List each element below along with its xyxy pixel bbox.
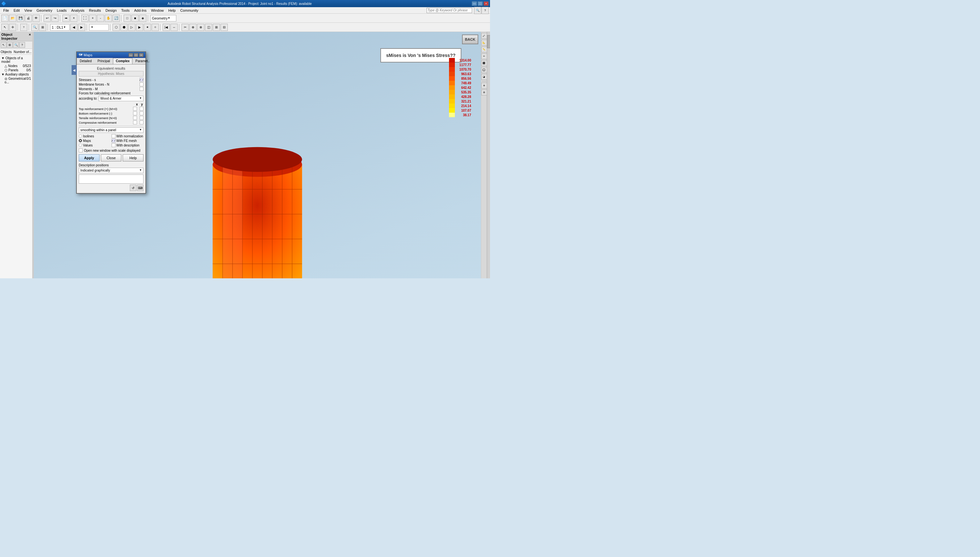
dialog-minimize[interactable]: —: [128, 53, 133, 57]
menu-results[interactable]: Results: [87, 8, 103, 13]
dialog-close[interactable]: ×: [139, 53, 143, 57]
rotate-button[interactable]: 🔄: [112, 15, 120, 22]
maps-dialog-title[interactable]: 🗺 Maps — □ ×: [77, 52, 145, 58]
indicated-graphically-dropdown[interactable]: Indicated graphically ▼: [79, 168, 143, 173]
tb2-btn5[interactable]: ✦: [144, 24, 151, 31]
tb2-btn3[interactable]: ▷: [128, 24, 135, 31]
menu-file[interactable]: File: [1, 8, 11, 13]
zoom-out-button[interactable]: -: [97, 15, 104, 22]
zoom-fit-button[interactable]: ⛶: [81, 15, 88, 22]
rp-btn7[interactable]: ◪: [481, 74, 487, 80]
pointer-tool[interactable]: ↖: [1, 24, 8, 31]
compressive-reinforcement-x[interactable]: [133, 121, 137, 124]
bottom-reinforcement-x[interactable]: [133, 111, 137, 115]
rp-btn2[interactable]: 📐: [481, 40, 487, 46]
with-description-checkbox[interactable]: [112, 143, 115, 147]
open-button[interactable]: 📂: [9, 15, 16, 22]
load-case-dropdown[interactable]: 1 : DL1 ▼: [50, 24, 70, 31]
tb2-btn14[interactable]: ⊟: [221, 24, 228, 31]
dialog-back-arrow[interactable]: ◀: [72, 65, 77, 75]
tb2-btn4[interactable]: ▶: [136, 24, 143, 31]
back-button[interactable]: BACK: [462, 34, 478, 44]
inspector-btn[interactable]: 🔍: [31, 24, 38, 31]
menu-tools[interactable]: Tools: [119, 8, 132, 13]
close-button[interactable]: ×: [483, 1, 489, 6]
menu-community[interactable]: Community: [178, 8, 200, 13]
maps-radio[interactable]: [79, 139, 82, 142]
apply-button[interactable]: Apply: [79, 154, 99, 161]
rp-btn6[interactable]: 🔲: [481, 67, 487, 73]
viewport-3d[interactable]: sMises is Von 's Mises Stress?? 1314.00 …: [34, 32, 481, 278]
tb2-btn2[interactable]: ⬢: [120, 24, 128, 31]
rp-btn8[interactable]: ⊕: [481, 83, 487, 88]
tb2-btn13[interactable]: ⊞: [213, 24, 220, 31]
menu-analysis[interactable]: Analysis: [69, 8, 86, 13]
dialog-maximize[interactable]: □: [134, 53, 138, 57]
menu-design[interactable]: Design: [104, 8, 119, 13]
menu-window[interactable]: Window: [149, 8, 166, 13]
menu-loads[interactable]: Loads: [55, 8, 69, 13]
table-btn[interactable]: ⊞: [39, 24, 46, 31]
help-icon-btn[interactable]: ?: [481, 7, 489, 14]
tb2-btn8[interactable]: ↔: [171, 24, 178, 31]
close-button[interactable]: Close: [101, 154, 122, 161]
redo-button[interactable]: ↪: [51, 15, 59, 22]
top-reinforcement-x[interactable]: [133, 107, 137, 111]
tree-item-geometrical[interactable]: ◎ Geometrical o... 0/1: [1, 77, 32, 84]
zoom-in-button[interactable]: +: [89, 15, 96, 22]
tree-item-nodes[interactable]: △ Nodes 0/523: [1, 64, 32, 68]
vertical-scrollbar[interactable]: [487, 32, 490, 278]
tb2-btn11[interactable]: ⊗: [197, 24, 204, 31]
minimize-button[interactable]: —: [472, 1, 477, 6]
menu-geometry[interactable]: Geometry: [34, 8, 54, 13]
tree-item-panels[interactable]: ⬡ Panels 0/5: [1, 68, 32, 72]
geometry-dropdown[interactable]: Geometry ▼: [150, 15, 176, 21]
refresh-icon-btn[interactable]: ↺: [130, 184, 137, 191]
tab-detailed[interactable]: Detailed: [77, 58, 95, 64]
open-new-window-checkbox[interactable]: [79, 148, 83, 152]
deselect-button[interactable]: ×: [70, 15, 78, 22]
rp-btn1[interactable]: 🖊: [481, 33, 487, 39]
tab-principal[interactable]: Principal: [95, 58, 113, 64]
menu-addins[interactable]: Add-Ins: [132, 8, 148, 13]
solid-button[interactable]: ■: [132, 15, 138, 22]
save-button[interactable]: 💾: [17, 15, 24, 22]
menu-view[interactable]: View: [23, 8, 34, 13]
cursor-icon-btn[interactable]: ⌨: [137, 184, 143, 191]
tb2-btn1[interactable]: ⬡: [112, 24, 120, 31]
tb2-btn9[interactable]: ✂: [182, 24, 189, 31]
print-button[interactable]: 🖨: [25, 15, 32, 22]
rp-btn3[interactable]: 📏: [481, 47, 487, 52]
search-input[interactable]: [427, 8, 472, 13]
undo-button[interactable]: ↩: [44, 15, 51, 22]
tb2-btn7[interactable]: |◀: [163, 24, 170, 31]
rp-btn9[interactable]: ⊞: [481, 90, 487, 95]
print-preview-button[interactable]: 👁: [33, 15, 40, 22]
inspector-tool3[interactable]: 🔍: [13, 42, 19, 48]
menu-edit[interactable]: Edit: [12, 8, 22, 13]
with-fe-mesh-checkbox[interactable]: ✓: [112, 139, 115, 143]
tree-item-model[interactable]: ▼ Objects of a model: [1, 56, 32, 64]
with-normalization-checkbox[interactable]: [112, 134, 115, 138]
inspector-tool1[interactable]: ↖: [1, 42, 7, 48]
tb2-btn10[interactable]: ⊕: [189, 24, 197, 31]
inspector-tool2[interactable]: ⊞: [7, 42, 13, 48]
pan-button[interactable]: ✋: [105, 15, 112, 22]
compressive-reinforcement-y[interactable]: [140, 121, 143, 124]
bottom-reinforcement-y[interactable]: [140, 111, 143, 115]
help-button[interactable]: Help: [123, 154, 143, 161]
wire-button[interactable]: □: [124, 15, 131, 22]
select-button[interactable]: ➡: [62, 15, 70, 22]
membrane-checkbox[interactable]: [140, 82, 143, 86]
top-reinforcement-y[interactable]: [140, 107, 143, 111]
tensile-reinforcement-x[interactable]: [133, 116, 137, 120]
isolines-radio[interactable]: [79, 134, 82, 138]
next-case-btn[interactable]: ▶: [78, 24, 85, 31]
tree-item-auxiliary[interactable]: ▼ Auxiliary objects: [1, 72, 32, 77]
rp-btn4[interactable]: ✏: [481, 54, 487, 59]
vertical-scrollbar-thumb[interactable]: [487, 35, 490, 48]
smoothing-dropdown[interactable]: smoothing within a panel ▼: [79, 127, 143, 133]
menu-help[interactable]: Help: [166, 8, 178, 13]
stresses-checkbox[interactable]: ✓: [140, 78, 143, 82]
tb2-btn6[interactable]: ✧: [152, 24, 159, 31]
